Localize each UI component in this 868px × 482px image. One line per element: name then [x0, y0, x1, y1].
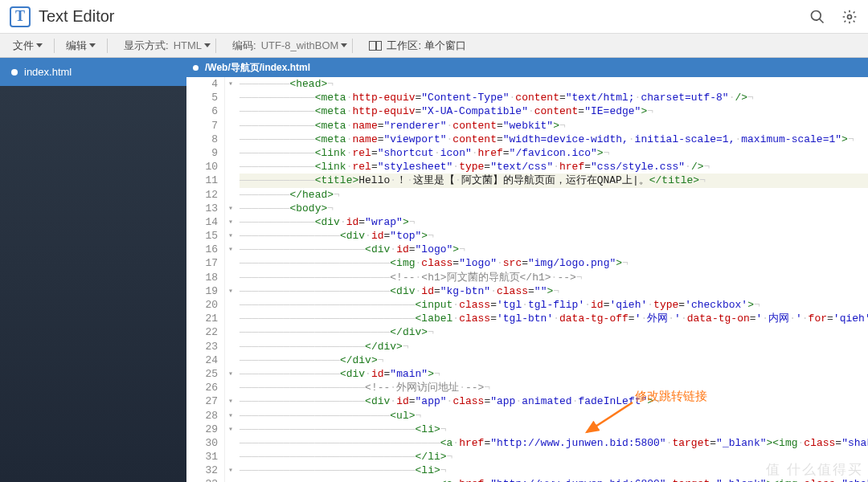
encoding-label: 编码: — [218, 39, 261, 53]
workarea: index.html /Web/导航页/index.html 456789101… — [0, 58, 868, 482]
menu-edit[interactable]: 编辑 — [56, 39, 105, 53]
sidebar-item-indexhtml[interactable]: index.html — [0, 58, 186, 86]
menu-file[interactable]: 文件 — [3, 39, 52, 53]
workspace-value: 单个窗口 — [421, 39, 466, 53]
display-mode-label: 显示方式: — [109, 39, 174, 53]
modified-dot-icon — [11, 69, 18, 76]
code-editor[interactable]: 4567891011121314151617181920212223242526… — [186, 77, 868, 482]
app-icon: T — [10, 6, 31, 27]
display-mode-value[interactable]: HTML — [174, 39, 214, 51]
titlebar: T Text Editor — [0, 0, 868, 34]
main-panel: /Web/导航页/index.html 45678910111213141516… — [186, 58, 868, 482]
gear-icon[interactable] — [841, 8, 858, 26]
layout-icon[interactable] — [369, 41, 382, 51]
gutter: 4567891011121314151617181920212223242526… — [186, 77, 225, 482]
search-icon[interactable] — [809, 8, 826, 26]
menubar: 文件 编辑 显示方式: HTML 编码: UTF-8_withBOM 工作区: … — [0, 34, 868, 58]
tabbar: /Web/导航页/index.html — [186, 58, 868, 77]
fold-column[interactable]: ▾▾▾▾▾▾▾▾▾▾▾ — [225, 77, 236, 482]
code-area[interactable]: ————————<head>¬————————————<meta·http-eq… — [236, 77, 868, 482]
app-title: Text Editor — [39, 7, 794, 26]
workspace-label: 工作区: — [387, 39, 421, 53]
tab-path[interactable]: /Web/导航页/index.html — [205, 61, 310, 75]
svg-point-0 — [812, 10, 821, 20]
file-sidebar: index.html — [0, 58, 186, 482]
svg-line-1 — [820, 18, 824, 22]
encoding-value[interactable]: UTF-8_withBOM — [261, 39, 351, 51]
sidebar-item-label: index.html — [24, 66, 72, 78]
svg-point-2 — [848, 14, 852, 18]
tab-modified-dot-icon — [193, 65, 199, 71]
